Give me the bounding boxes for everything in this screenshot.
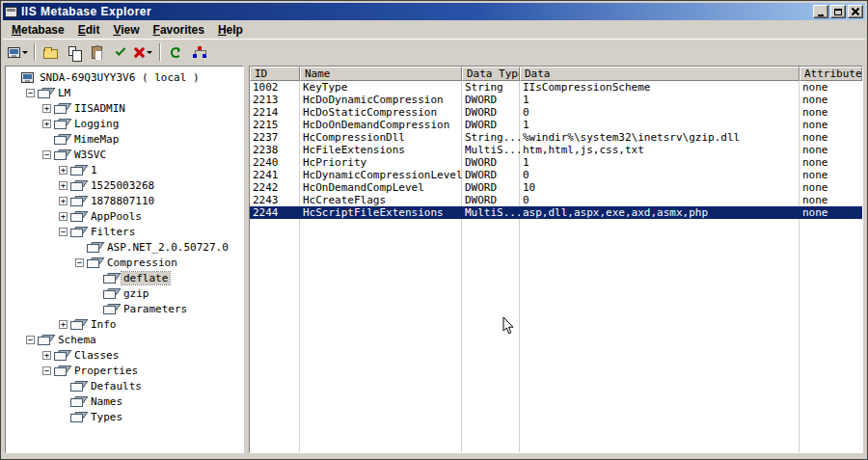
connect-button[interactable]	[7, 42, 29, 63]
table-row[interactable]: 2237HcCompressionDllString...%windir%\sy…	[250, 131, 862, 144]
collapse-minus-icon[interactable]: −	[42, 150, 51, 159]
tree-item-1[interactable]: +1	[6, 162, 243, 177]
cell-type: String	[462, 81, 520, 94]
collapse-minus-icon[interactable]: −	[75, 258, 84, 267]
collapse-minus-icon[interactable]: −	[59, 228, 68, 236]
expand-plus-icon[interactable]: +	[59, 166, 68, 175]
mouse-cursor	[502, 316, 515, 336]
cell-type: DWORD	[462, 156, 520, 169]
expand-plus-icon[interactable]: +	[42, 104, 51, 113]
app-window: IIS Metabase Explorer MetabaseEditViewFa…	[0, 0, 868, 460]
collapse-minus-icon[interactable]: −	[26, 89, 35, 97]
menu-metabase[interactable]: Metabase	[5, 22, 71, 38]
tree-item-label: 1878807110	[89, 195, 156, 207]
menu-edit[interactable]: Edit	[71, 22, 107, 38]
delete-button[interactable]	[132, 42, 154, 63]
collapse-minus-icon[interactable]: −	[26, 336, 35, 344]
expand-plus-icon[interactable]: +	[59, 320, 68, 329]
tree-item-gzip[interactable]: gzip	[6, 285, 243, 301]
tree-panel: SNDA-69Q3UYY3V6 ( local )−LM+IISADMIN+Lo…	[5, 66, 244, 453]
table-row[interactable]: 2213HcDoDynamicCompressionDWORD1none	[250, 94, 862, 106]
tree-item-1878807110[interactable]: +1878807110	[6, 193, 243, 208]
minimize-button[interactable]	[813, 5, 828, 18]
tree-item-iisadmin[interactable]: +IISADMIN	[6, 100, 243, 116]
table-row[interactable]: 2214HcDoStaticCompressionDWORD0none	[250, 106, 862, 119]
tree-item-label: Classes	[72, 349, 121, 362]
tree-item-label: Parameters	[122, 303, 189, 315]
tree-item-defaults[interactable]: Defaults	[6, 378, 243, 393]
table-row[interactable]: 2240HcPriorityDWORD1none	[250, 156, 862, 169]
cell-id: 2213	[250, 94, 300, 106]
column-header-attributes[interactable]: Attributes	[800, 67, 862, 81]
cell-name: HcDoOnDemandCompression	[300, 119, 462, 131]
tree-item-filters[interactable]: −Filters	[6, 224, 243, 239]
tree-item-classes[interactable]: +Classes	[6, 347, 243, 363]
expand-plus-icon[interactable]: +	[42, 120, 51, 128]
close-button[interactable]	[848, 5, 863, 18]
column-header-name[interactable]: Name	[300, 67, 462, 81]
column-header-data[interactable]: Data	[520, 67, 800, 81]
refresh-button[interactable]	[165, 42, 187, 63]
column-header-id[interactable]: ID	[250, 67, 300, 81]
dropdown-arrow-icon[interactable]	[22, 51, 28, 57]
tree-item-asp-net-2-0-50727-0[interactable]: ASP.NET_2.0.50727.0	[6, 239, 243, 255]
apply-button[interactable]	[109, 42, 131, 63]
table-row[interactable]: 2215HcDoOnDemandCompressionDWORD1none	[250, 119, 862, 131]
app-icon	[5, 7, 17, 17]
tree-item-label: LM	[56, 87, 72, 99]
cell-type: DWORD	[462, 94, 520, 106]
cell-attributes: none	[800, 156, 862, 169]
tree-item-w3svc[interactable]: −W3SVC	[6, 147, 243, 162]
expand-plus-icon[interactable]: +	[59, 181, 68, 190]
tree-item-logging[interactable]: +Logging	[6, 116, 243, 131]
table-row[interactable]: 2244HcScriptFileExtensionsMultiS...asp,d…	[250, 206, 862, 219]
tree-item-label: Defaults	[89, 380, 144, 392]
tree-item-label: Compression	[105, 257, 179, 269]
tree-item-label: ASP.NET_2.0.50727.0	[105, 241, 231, 254]
menu-favorites[interactable]: Favorites	[147, 22, 211, 38]
tree-item-mimemap[interactable]: MimeMap	[6, 131, 243, 147]
tree-item-label: 1525003268	[89, 179, 156, 192]
network-button[interactable]	[188, 42, 210, 63]
open-button[interactable]	[40, 42, 62, 63]
table-row[interactable]: 2238HcFileExtensionsMultiS...htm,html,js…	[250, 144, 862, 156]
title-bar[interactable]: IIS Metabase Explorer	[3, 3, 865, 20]
tree-item-snda-69q3uyy3v6-local[interactable]: SNDA-69Q3UYY3V6 ( local )	[6, 69, 243, 85]
metabase-key-icon	[70, 396, 85, 407]
folder-icon	[43, 49, 58, 59]
table-row[interactable]: 2243HcCreateFlagsDWORD0none	[250, 194, 862, 206]
copy-button[interactable]	[63, 42, 85, 63]
tree-item-parameters[interactable]: Parameters	[6, 301, 243, 316]
collapse-minus-icon[interactable]: −	[42, 366, 51, 375]
metabase-key-icon	[103, 273, 118, 284]
column-header-data-type[interactable]: Data Type	[462, 67, 520, 81]
cell-type: DWORD	[462, 181, 520, 194]
expand-plus-icon[interactable]: +	[59, 197, 68, 205]
tree-item-info[interactable]: +Info	[6, 316, 243, 332]
tree-item-schema[interactable]: −Schema	[6, 332, 243, 347]
dropdown-arrow-icon[interactable]	[147, 51, 152, 57]
tree-item-apppools[interactable]: +AppPools	[6, 208, 243, 224]
tree-item-compression[interactable]: −Compression	[6, 255, 243, 270]
menu-help[interactable]: Help	[211, 22, 250, 38]
table-row[interactable]: 2242HcOnDemandCompLevelDWORD10none	[250, 181, 862, 194]
status-bar	[3, 453, 865, 457]
menu-view[interactable]: View	[106, 22, 146, 38]
cell-name: KeyType	[300, 81, 462, 94]
tree-item-deflate[interactable]: deflate	[6, 270, 243, 285]
cell-data: %windir%\system32\inetsrv\gzip.dll	[520, 131, 800, 144]
tree-item-types[interactable]: Types	[6, 409, 243, 424]
expand-plus-icon[interactable]: +	[59, 212, 68, 221]
tree-item-label: Logging	[72, 118, 121, 130]
expand-plus-icon[interactable]: +	[42, 351, 51, 360]
tree-item-properties[interactable]: −Properties	[6, 363, 243, 378]
table-row[interactable]: 1002KeyTypeStringIIsCompressionSchemenon…	[250, 81, 862, 94]
tree-item-1525003268[interactable]: +1525003268	[6, 177, 243, 193]
tree-item-names[interactable]: Names	[6, 393, 243, 409]
maximize-button[interactable]	[830, 5, 846, 18]
table-row[interactable]: 2241HcDynamicCompressionLevelDWORD0none	[250, 169, 862, 181]
menu-bar: MetabaseEditViewFavoritesHelp	[3, 20, 865, 39]
paste-button[interactable]	[86, 42, 108, 63]
tree-item-lm[interactable]: −LM	[6, 85, 243, 100]
metabase-key-icon	[54, 134, 68, 145]
